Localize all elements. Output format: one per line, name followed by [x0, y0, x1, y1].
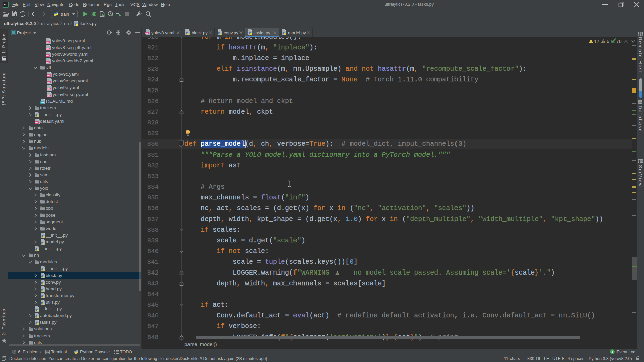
svg-text:YML: YML	[46, 48, 50, 50]
svg-text:MD: MD	[41, 102, 44, 104]
svg-text:YML: YML	[47, 81, 51, 83]
svg-text:YML: YML	[46, 41, 50, 43]
svg-text:YML: YML	[145, 32, 149, 34]
svg-text:YML: YML	[47, 75, 51, 77]
svg-text:YML: YML	[35, 122, 39, 124]
svg-text:YML: YML	[46, 61, 50, 63]
svg-text:YML: YML	[47, 95, 51, 97]
svg-text:1: 1	[611, 350, 613, 353]
svg-text:YML: YML	[47, 88, 51, 90]
svg-text:YML: YML	[46, 55, 50, 57]
